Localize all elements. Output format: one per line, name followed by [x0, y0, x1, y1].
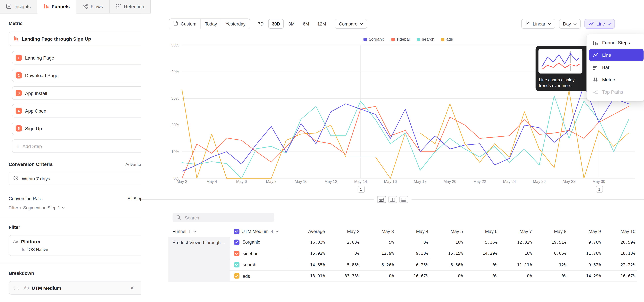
- column-header-may-3[interactable]: May 3: [361, 229, 396, 234]
- breakdown-column-header[interactable]: UTM Medium 4: [230, 229, 288, 234]
- table-group-label[interactable]: Product Viewed through P...: [168, 237, 230, 282]
- select-all-checkbox[interactable]: [234, 229, 240, 234]
- series-line-search: [182, 96, 628, 178]
- search-icon: [176, 214, 181, 221]
- chart-and-table-icon: [379, 198, 384, 202]
- range-3m[interactable]: 3M: [284, 19, 298, 29]
- linear-scale-icon: [525, 21, 530, 27]
- tab-label: Funnels: [52, 4, 70, 9]
- checkbox-organic[interactable]: [234, 240, 240, 245]
- checkbox-search[interactable]: [234, 262, 240, 268]
- range-12m[interactable]: 12M: [314, 19, 330, 29]
- column-header-may-4[interactable]: May 4: [396, 229, 430, 234]
- column-header-may-5[interactable]: May 5: [430, 229, 464, 234]
- column-header-may-9[interactable]: May 9: [568, 229, 602, 234]
- custom-date-button[interactable]: Custom: [169, 19, 201, 29]
- series-row-sidebar[interactable]: sidebar: [230, 248, 288, 259]
- range-6m[interactable]: 6M: [299, 19, 313, 29]
- menu-item-line[interactable]: Line: [589, 49, 644, 61]
- filter-segment-dropdown[interactable]: Filter + Segment on Step 1: [8, 205, 150, 210]
- tab-insights[interactable]: Insights: [0, 0, 37, 14]
- tab-funnels[interactable]: Funnels: [37, 0, 76, 14]
- chart-legend: $organicsidebarsearchads: [182, 37, 634, 42]
- cell-value: 12.9%: [361, 248, 396, 259]
- breakdown-property-name: UTM Medium: [32, 286, 126, 290]
- x-tick-label: May 14: [354, 179, 367, 184]
- x-tick-label: May 22: [473, 179, 486, 184]
- table-search[interactable]: [172, 213, 274, 222]
- cell-value: 0%: [361, 271, 396, 282]
- funnel-step-4[interactable]: 4App Open⋮: [12, 104, 150, 118]
- checkbox-ads[interactable]: [234, 273, 240, 279]
- menu-item-metric[interactable]: Metric: [589, 74, 644, 86]
- filter-property-card[interactable]: Aa Platform ⋮ IsiOS Native: [8, 235, 150, 256]
- menu-item-bar[interactable]: Bar: [589, 61, 644, 74]
- series-row-search[interactable]: search: [230, 259, 288, 270]
- view-toggle-side-by-side[interactable]: [388, 196, 397, 203]
- average-column-header[interactable]: Average: [288, 229, 326, 234]
- scale-dropdown[interactable]: Linear: [521, 19, 555, 29]
- step-number-badge: 5: [16, 125, 22, 132]
- column-header-may-8[interactable]: May 8: [534, 229, 568, 234]
- yesterday-button[interactable]: Yesterday: [222, 19, 250, 29]
- granularity-label: Day: [563, 21, 571, 26]
- cell-value: 5.88%: [326, 259, 361, 270]
- funnel-step-2[interactable]: 2Download Page⋮: [12, 68, 150, 82]
- cell-value: 6.06%: [534, 248, 568, 259]
- view-toggle-chart-only[interactable]: [399, 196, 408, 203]
- search-input[interactable]: [184, 215, 271, 220]
- legend-swatch: [364, 38, 367, 41]
- cell-value: 20.59%: [602, 237, 637, 248]
- series-row-organic[interactable]: $organic: [230, 237, 288, 248]
- cell-value: 0%: [534, 271, 568, 282]
- filter-condition[interactable]: IsiOS Native: [22, 247, 145, 252]
- breakdown-property-card[interactable]: ⋮⋮ Aa UTM Medium ✕ ⋮: [8, 281, 150, 294]
- legend-item-search[interactable]: search: [417, 37, 434, 42]
- drag-handle-icon[interactable]: ⋮⋮: [13, 286, 21, 290]
- conversion-window-control[interactable]: Within 7 days: [8, 172, 150, 186]
- cell-value: 12%: [534, 259, 568, 270]
- legend-item-organic[interactable]: $organic: [364, 37, 385, 42]
- funnel-step-5[interactable]: 5Sign Up⋮: [12, 122, 150, 135]
- column-header-may-10[interactable]: May 10: [602, 229, 637, 234]
- funnel-step-1[interactable]: 1Landing Page⋮: [12, 51, 150, 64]
- column-header-may-2[interactable]: May 2: [326, 229, 361, 234]
- add-step-button[interactable]: + Add Step: [12, 139, 150, 153]
- step-number-badge: 4: [16, 108, 22, 114]
- legend-item-ads[interactable]: ads: [441, 37, 453, 42]
- legend-item-sidebar[interactable]: sidebar: [391, 37, 410, 42]
- string-type-icon: Aa: [24, 286, 29, 290]
- average-value: 13.91%: [288, 271, 326, 282]
- menu-item-funnel-steps[interactable]: Funnel Steps: [589, 36, 644, 49]
- metric-card[interactable]: Landing Page through Sign Up ⋮: [8, 32, 150, 46]
- tab-retention[interactable]: Retention: [110, 0, 150, 14]
- today-button[interactable]: Today: [201, 19, 221, 29]
- metric-section-label: Metric: [8, 21, 150, 26]
- range-30d[interactable]: 30D: [268, 19, 284, 29]
- column-header-may-7[interactable]: May 7: [499, 229, 534, 234]
- funnel-header-label: Funnel: [172, 229, 186, 234]
- checkbox-sidebar[interactable]: [234, 251, 240, 256]
- compare-button[interactable]: Compare: [335, 19, 367, 29]
- cell-value: 5%: [361, 237, 396, 248]
- preset-label: Custom: [181, 21, 196, 26]
- range-7d[interactable]: 7D: [254, 19, 267, 29]
- tab-flows[interactable]: Flows: [76, 0, 110, 14]
- chart-type-menu: Funnel StepsLineBarMetricTop Paths: [586, 34, 644, 101]
- chart-type-dropdown[interactable]: Line: [584, 19, 615, 29]
- side-by-side-icon: [390, 198, 395, 202]
- series-row-ads[interactable]: ads: [230, 271, 288, 282]
- funnel-column-header[interactable]: Funnel 1: [168, 229, 230, 234]
- annotation-marker[interactable]: 1: [358, 186, 364, 193]
- view-toggle-chart-and-table[interactable]: [377, 196, 386, 203]
- granularity-dropdown[interactable]: Day: [559, 19, 581, 29]
- step-label: Landing Page: [25, 55, 136, 60]
- tab-label: Flows: [91, 4, 103, 9]
- string-type-icon: Aa: [13, 239, 18, 244]
- preset-label: Today: [205, 21, 217, 26]
- menu-item-label: Metric: [602, 77, 615, 82]
- annotation-marker[interactable]: 1: [596, 186, 603, 193]
- remove-breakdown-icon[interactable]: ✕: [129, 285, 136, 290]
- column-header-may-6[interactable]: May 6: [464, 229, 499, 234]
- funnel-step-3[interactable]: 3App Install⋮: [12, 86, 150, 100]
